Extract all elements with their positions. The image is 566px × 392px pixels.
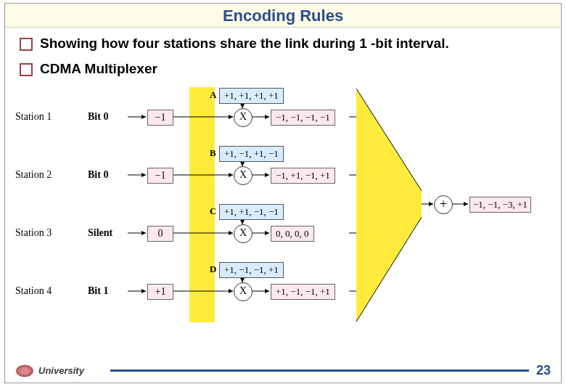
bullet-1-text: Showing how four stations share the link… — [40, 35, 449, 53]
svg-marker-25 — [265, 115, 269, 119]
station-4-label: Station 4 — [15, 285, 52, 297]
svg-marker-27 — [265, 173, 269, 177]
station-4-value: +1 — [147, 284, 173, 300]
svg-marker-13 — [229, 231, 233, 235]
svg-marker-7 — [142, 289, 146, 293]
station-2-value: −1 — [147, 168, 173, 184]
footer-rule — [110, 369, 529, 372]
slide-title: Encoding Rules — [223, 7, 343, 25]
station-2-label: Station 2 — [15, 169, 52, 181]
svg-marker-42 — [464, 202, 468, 206]
code-d: +1, −1, −1, +1 — [219, 262, 284, 278]
station-1-label: Station 1 — [15, 111, 52, 123]
svg-marker-31 — [265, 289, 269, 293]
svg-marker-1 — [142, 115, 146, 119]
station-4-bit: Bit 1 — [88, 285, 108, 297]
university-logo-icon — [15, 364, 34, 377]
slide-frame: Encoding Rules Showing how four stations… — [4, 3, 562, 383]
square-bullet-icon — [20, 63, 33, 76]
station-3-label: Station 3 — [15, 227, 52, 239]
code-letter-d: D — [210, 264, 216, 275]
slide-title-bar: Encoding Rules — [5, 4, 561, 28]
svg-marker-40 — [429, 202, 433, 206]
station-3-value: 0 — [147, 226, 173, 242]
code-letter-a: A — [210, 89, 216, 101]
code-letter-c: C — [210, 205, 216, 217]
svg-marker-29 — [265, 231, 269, 235]
code-c: +1, +1, −1, −1 — [219, 204, 284, 220]
university-label: University — [38, 365, 84, 376]
code-b: +1, −1, +1, −1 — [219, 146, 284, 162]
result-1: −1, −1, −1, −1 — [271, 110, 335, 126]
station-3-bit: Silent — [88, 227, 112, 239]
svg-marker-3 — [142, 173, 146, 177]
final-result: −1, −1, −3, +1 — [469, 197, 531, 213]
result-2: −1, +1, −1, +1 — [271, 168, 335, 184]
code-a: +1, +1, +1, +1 — [219, 88, 284, 104]
slide-content: Showing how four stations share the link… — [5, 28, 561, 324]
bullet-2: CDMA Multiplexer — [20, 60, 551, 78]
bullet-2-text: CDMA Multiplexer — [40, 60, 157, 78]
station-2-bit: Bit 0 — [88, 169, 108, 181]
result-3: 0, 0, 0, 0 — [271, 226, 314, 242]
bullet-1: Showing how four stations share the link… — [20, 35, 551, 53]
svg-marker-32 — [356, 89, 422, 322]
code-letter-b: B — [210, 147, 216, 159]
svg-marker-9 — [229, 115, 233, 119]
svg-marker-15 — [229, 289, 233, 293]
cdma-multiplexer-diagram: Station 1 Station 2 Station 3 Station 4 … — [15, 85, 552, 324]
svg-marker-11 — [229, 173, 233, 177]
station-1-value: −1 — [147, 110, 173, 126]
station-1-bit: Bit 0 — [88, 111, 108, 123]
slide-footer: University 23 — [5, 363, 561, 378]
page-number: 23 — [536, 363, 551, 378]
square-bullet-icon — [20, 38, 33, 51]
svg-marker-5 — [142, 231, 146, 235]
result-4: +1, −1, −1, +1 — [271, 284, 335, 300]
